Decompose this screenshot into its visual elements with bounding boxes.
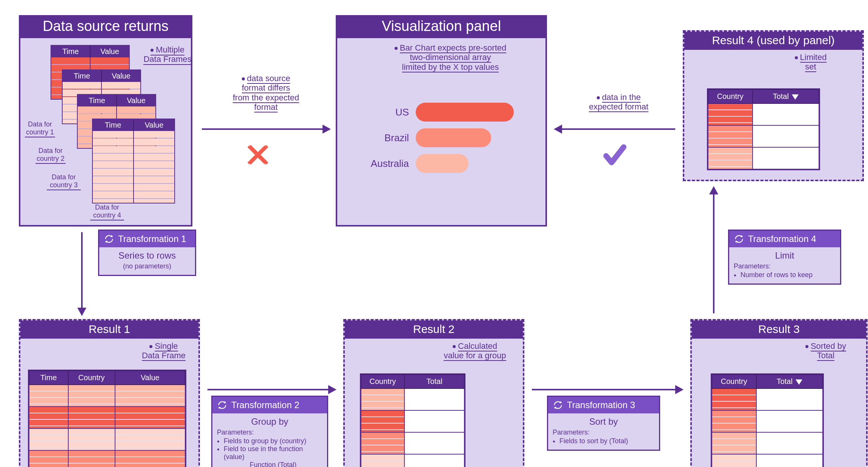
xform4-title: Transformation 4 — [748, 234, 816, 244]
xform1-sub: (no parameters) — [104, 262, 190, 270]
result3-table: Country Total — [711, 373, 824, 467]
result3-title: Result 3 — [692, 321, 866, 339]
data-source-box: Data source returns TimeValue TimeValue … — [19, 15, 192, 227]
check-icon — [600, 142, 630, 170]
bar-us — [416, 103, 514, 122]
result3-box: Result 3 Sorted by Total Country Total — [690, 319, 868, 467]
result2-title: Result 2 — [345, 321, 523, 339]
cycle-icon — [734, 234, 744, 244]
arrow-r1-r2 — [207, 389, 328, 390]
result2-table: Country Total — [360, 373, 465, 467]
result4-table: Country Total — [707, 88, 820, 170]
xform3-title: Transformation 3 — [567, 400, 635, 410]
arrow-2-head — [554, 125, 562, 134]
result3-note: Sorted by Total — [794, 341, 858, 361]
result1-box: Result 1 Single Data Frame Time Country … — [19, 319, 200, 467]
viz-panel-box: Visualization panel Bar Chart expects pr… — [336, 15, 547, 227]
diagram-canvas: Data source returns TimeValue TimeValue … — [8, 8, 868, 467]
xform2-op: Group by — [217, 416, 323, 427]
result3-col-total: Total — [756, 375, 823, 388]
arrow-r1-r2-head — [328, 385, 336, 394]
sort-desc-icon — [792, 94, 799, 100]
frame-label-1: Data for country 1 — [25, 120, 55, 137]
result4-box: Result 4 (used by panel) Limited set Cou… — [683, 30, 864, 181]
result4-title: Result 4 (used by panel) — [684, 32, 862, 50]
cycle-icon — [104, 234, 114, 244]
xform1-op: Series to rows — [104, 250, 190, 261]
result2-col-total: Total — [404, 375, 464, 388]
xform4-op: Limit — [734, 250, 836, 261]
result4-note: Limited set — [782, 52, 839, 72]
transformation-3: Transformation 3 Sort by Parameters: Fie… — [547, 396, 660, 451]
arrow-1-head — [323, 125, 331, 134]
data-source-title: Data source returns — [20, 17, 191, 38]
result1-col-country: Country — [68, 371, 115, 385]
arrow-source-down — [81, 232, 83, 308]
bar-australia — [416, 154, 469, 173]
result4-col-total: Total — [753, 89, 819, 103]
cycle-icon — [553, 400, 563, 410]
xform1-title: Transformation 1 — [118, 234, 186, 244]
bar-row-brazil: Brazil — [360, 128, 514, 147]
viz-panel-title: Visualization panel — [337, 17, 545, 38]
bar-brazil — [416, 128, 491, 147]
frame-label-3: Data for country 3 — [47, 173, 81, 190]
sort-desc-icon — [796, 379, 802, 385]
arrow-2 — [562, 128, 675, 130]
frame-label-2: Data for country 2 — [35, 147, 66, 164]
format-match-note: data in the expected format — [577, 92, 660, 112]
bar-row-australia: Australia — [360, 154, 514, 173]
arrow-r2-r3-head — [675, 385, 684, 394]
frame-label-4: Data for country 4 — [90, 203, 124, 220]
arrow-r3-r4-head — [709, 186, 718, 194]
result2-note: Calculated value for a group — [432, 341, 518, 361]
format-mismatch-note: data source format differs from the expe… — [217, 74, 315, 112]
result1-col-time: Time — [29, 371, 68, 385]
result1-col-value: Value — [115, 371, 185, 385]
result1-table: Time Country Value — [28, 370, 186, 467]
cycle-icon — [217, 400, 227, 410]
xform3-op: Sort by — [553, 416, 654, 427]
result2-col-country: Country — [361, 375, 404, 388]
dataframe-4: TimeValue — [92, 119, 175, 203]
arrow-source-down-head — [77, 308, 86, 316]
result4-col-country: Country — [708, 89, 753, 103]
viz-note: Bar Chart expects pre-sorted two-dimensi… — [383, 43, 518, 72]
arrow-r3-r4 — [713, 194, 714, 313]
transformation-1: Transformation 1 Series to rows (no para… — [98, 230, 196, 276]
transformation-4: Transformation 4 Limit Parameters: Numbe… — [728, 230, 841, 285]
transformation-2: Transformation 2 Group by Parameters: Fi… — [211, 396, 328, 467]
bar-chart: US Brazil Australia — [360, 96, 514, 180]
result2-box: Result 2 Calculated value for a group Co… — [343, 319, 524, 467]
arrow-1 — [202, 128, 323, 130]
result1-title: Result 1 — [20, 321, 198, 339]
arrow-r2-r3 — [532, 389, 675, 390]
result3-col-country: Country — [712, 375, 756, 388]
xform2-title: Transformation 2 — [231, 400, 300, 410]
bar-row-us: US — [360, 103, 514, 122]
multi-frames-note: Multiple Data Frames — [141, 45, 194, 64]
result1-note: Single Data Frame — [134, 341, 194, 361]
x-icon — [245, 142, 272, 170]
